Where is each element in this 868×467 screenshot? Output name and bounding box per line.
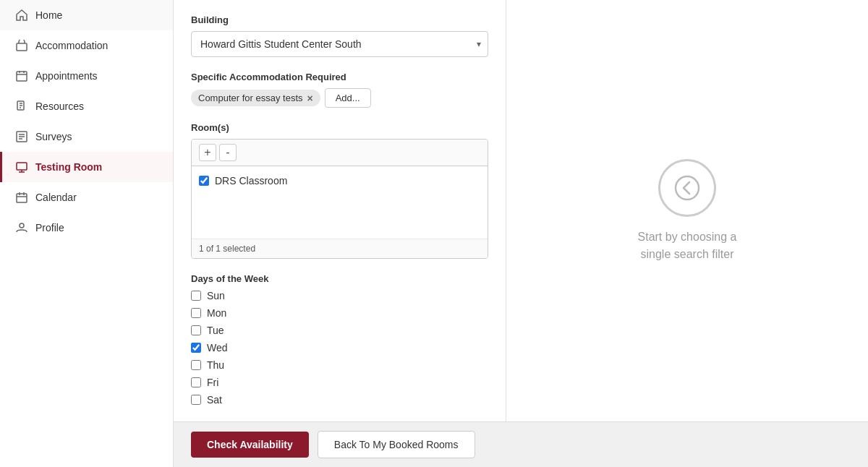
day-label-thu: Thu — [207, 359, 224, 371]
sidebar-item-profile[interactable]: Profile — [0, 213, 173, 243]
day-item-thu: Thu — [191, 359, 488, 371]
accommodation-section: Specific Accommodation Required Computer… — [191, 72, 488, 108]
day-label-mon: Mon — [207, 307, 226, 319]
day-item-mon: Mon — [191, 307, 488, 319]
back-to-booked-rooms-button[interactable]: Back To My Booked Rooms — [318, 431, 475, 458]
day-label-fri: Fri — [207, 377, 218, 388]
sidebar-item-testing-room[interactable]: Testing Room — [0, 152, 173, 182]
rooms-remove-button[interactable]: - — [219, 144, 237, 161]
room-item-label: DRS Classroom — [215, 175, 287, 187]
appointments-icon — [15, 69, 28, 82]
placeholder-text: Start by choosing a single search filter — [638, 228, 737, 263]
day-checkbox-sun[interactable] — [191, 291, 201, 301]
placeholder-line1: Start by choosing a — [638, 228, 737, 246]
sidebar-item-testing-room-label: Testing Room — [35, 161, 102, 173]
back-arrow-icon — [658, 159, 716, 217]
sidebar-item-surveys-label: Surveys — [35, 131, 72, 142]
building-label: Building — [191, 14, 488, 25]
day-item-wed: Wed — [191, 342, 488, 354]
remove-tag-button[interactable]: × — [307, 93, 313, 103]
sidebar-item-calendar[interactable]: Calendar — [0, 182, 173, 213]
accommodation-tag-text: Computer for essay tests — [198, 93, 303, 103]
day-item-sat: Sat — [191, 394, 488, 406]
day-item-fri: Fri — [191, 377, 488, 388]
accommodation-tag: Computer for essay tests × — [191, 90, 320, 106]
sidebar-item-calendar-label: Calendar — [35, 192, 77, 203]
add-accommodation-button[interactable]: Add... — [325, 88, 371, 108]
days-list: Sun Mon Tue Wed — [191, 290, 488, 406]
sidebar-item-resources[interactable]: Resources — [0, 91, 173, 121]
svg-point-6 — [20, 223, 24, 228]
day-checkbox-mon[interactable] — [191, 308, 201, 318]
sidebar-item-surveys[interactable]: Surveys — [0, 121, 173, 152]
day-checkbox-tue[interactable] — [191, 325, 201, 335]
days-label: Days of the Week — [191, 273, 488, 284]
sidebar-item-profile-label: Profile — [35, 222, 64, 234]
day-checkbox-thu[interactable] — [191, 360, 201, 370]
building-section: Building Howard Gittis Student Center So… — [191, 14, 488, 57]
day-checkbox-wed[interactable] — [191, 343, 201, 353]
days-section: Days of the Week Sun Mon Tue — [191, 273, 488, 406]
rooms-footer: 1 of 1 selected — [192, 239, 488, 258]
sidebar-item-appointments-label: Appointments — [35, 70, 98, 82]
main-content: Building Howard Gittis Student Center So… — [174, 0, 868, 467]
sidebar-item-resources-label: Resources — [35, 100, 84, 112]
svg-rect-1 — [17, 72, 27, 81]
day-checkbox-fri[interactable] — [191, 377, 201, 387]
svg-rect-0 — [17, 43, 27, 51]
svg-rect-4 — [17, 163, 27, 170]
profile-icon — [15, 221, 28, 234]
surveys-icon — [15, 130, 28, 143]
right-panel: Start by choosing a single search filter — [506, 0, 868, 421]
svg-rect-5 — [17, 194, 27, 202]
tags-area: Computer for essay tests × Add... — [191, 88, 488, 108]
rooms-controls: + - — [192, 140, 488, 166]
room-item: DRS Classroom — [199, 172, 480, 189]
sidebar: Home Accommodation Appointments Res — [0, 0, 174, 467]
check-availability-button[interactable]: Check Availability — [191, 432, 309, 458]
resources-icon — [15, 100, 28, 113]
day-label-wed: Wed — [207, 342, 228, 354]
sidebar-item-accommodation-label: Accommodation — [35, 40, 108, 51]
day-item-tue: Tue — [191, 325, 488, 336]
accommodation-label: Specific Accommodation Required — [191, 72, 488, 82]
day-item-sun: Sun — [191, 290, 488, 301]
rooms-list: DRS Classroom — [192, 166, 488, 239]
rooms-add-button[interactable]: + — [199, 144, 216, 161]
sidebar-item-accommodation[interactable]: Accommodation — [0, 30, 173, 61]
day-label-tue: Tue — [207, 325, 224, 336]
building-select[interactable]: Howard Gittis Student Center South — [191, 31, 488, 57]
testing-room-icon — [15, 160, 28, 173]
rooms-section: Room(s) + - DRS Classroom 1 of 1 selecte… — [191, 122, 488, 259]
calendar-icon — [15, 191, 28, 204]
sidebar-item-home[interactable]: Home — [0, 0, 173, 30]
sidebar-item-home-label: Home — [35, 9, 62, 21]
sidebar-item-appointments[interactable]: Appointments — [0, 61, 173, 91]
building-select-wrapper: Howard Gittis Student Center South ▾ — [191, 31, 488, 57]
svg-point-7 — [676, 176, 699, 200]
day-checkbox-sat[interactable] — [191, 395, 201, 405]
placeholder-line2: single search filter — [638, 246, 737, 263]
rooms-box: + - DRS Classroom 1 of 1 selected — [191, 139, 488, 259]
rooms-label: Room(s) — [191, 122, 488, 133]
content-area: Building Howard Gittis Student Center So… — [174, 0, 868, 421]
room-checkbox[interactable] — [199, 176, 209, 186]
day-label-sat: Sat — [207, 394, 222, 406]
form-panel: Building Howard Gittis Student Center So… — [174, 0, 506, 421]
day-label-sun: Sun — [207, 290, 225, 301]
accommodation-icon — [15, 39, 28, 52]
home-icon — [15, 9, 28, 22]
bottom-bar: Check Availability Back To My Booked Roo… — [174, 421, 868, 467]
